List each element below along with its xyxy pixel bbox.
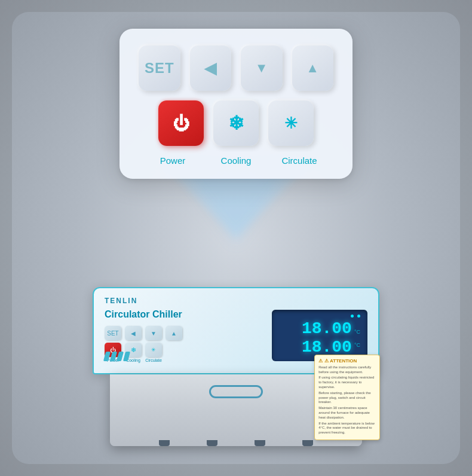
machine-feet [110,440,362,446]
outer-frame: SET ◀ ▼ ▲ ⏻ ❄ ✳ Power Cooli [12,12,460,464]
lcd-dot-1 [351,315,354,318]
machine-brand: TENLIN [105,297,367,305]
attention-line-4: Maintain 30 centimetres space around the… [318,406,376,420]
power-icon: ⏻ [173,114,189,133]
machine-title: Circulator Chiller [105,309,265,321]
lcd-unit-bottom: °C [354,342,360,348]
arrow-up-button[interactable]: ▲ [292,45,334,91]
lcd-dot-2 [357,315,360,318]
mini-circulate-label: Circulate [145,358,162,362]
arrow-down-button[interactable]: ▼ [241,45,283,91]
attention-title: ⚠ ⚠ ATTENTION [318,358,376,364]
attention-line-3: Before starting, please check the power … [318,391,376,405]
snowflake-icon: ❄ [228,112,244,135]
foot-3 [255,440,265,446]
lcd-bottom-temp: 18.00 [279,338,352,357]
arrow-left-icon: ◀ [204,59,216,78]
top-buttons-row: SET ◀ ▼ ▲ [139,45,333,91]
foot-2 [207,440,217,446]
lcd-unit-top: °C [354,329,360,335]
machine-body: ⚠ ⚠ ATTENTION Read all the instructions … [110,374,362,446]
circulate-label: Circulate [277,155,322,166]
foot-1 [159,440,170,446]
mini-set-btn[interactable]: SET [105,326,121,340]
attention-line-1: Read all the instructions carefully befo… [318,365,376,375]
attention-line-2: If using circulating liquids restricted … [318,376,376,389]
labels-row: Power Cooling Circulate [139,155,333,166]
hash-marks [105,352,129,361]
attention-line-5: If the ambient temperature is below 4°C,… [318,422,376,435]
warning-icon: ⚠ [318,358,323,364]
attention-sticker: ⚠ ⚠ ATTENTION Read all the instructions … [314,355,380,440]
mini-down-btn[interactable]: ▼ [145,326,162,340]
mini-left-btn[interactable]: ◀ [125,326,142,340]
mini-up-btn[interactable]: ▲ [165,326,182,340]
power-button[interactable]: ⏻ [158,100,204,146]
lcd-top-row [279,315,360,318]
lcd-top-temp: 18.00 [279,320,352,338]
power-label: Power [150,155,195,166]
mini-buttons-row: SET ◀ ▼ ▲ [105,326,265,340]
cooling-label: Cooling [213,155,259,166]
set-button[interactable]: SET [139,45,180,91]
bottom-buttons-row: ⏻ ❄ ✳ [139,100,333,146]
circulate-button[interactable]: ✳ [268,100,314,146]
fan-icon: ✳ [284,114,298,133]
foot-4 [302,440,313,446]
set-label: SET [145,60,174,77]
arrow-up-icon: ▲ [306,60,319,76]
machine-handle [209,385,263,398]
machine-container: TENLIN Circulator Chiller SET ◀ ▼ ▲ ⏻ ❄ … [93,287,379,446]
arrow-left-button[interactable]: ◀ [190,45,232,91]
lcd-display: 18.00 18.00 °C °C [272,310,367,362]
control-panel: SET ◀ ▼ ▲ ⏻ ❄ ✳ Power Cooli [119,29,353,179]
arrow-down-icon: ▼ [255,60,268,76]
mini-fan-btn[interactable]: ✳ [145,343,162,357]
cooling-button[interactable]: ❄ [213,100,259,146]
